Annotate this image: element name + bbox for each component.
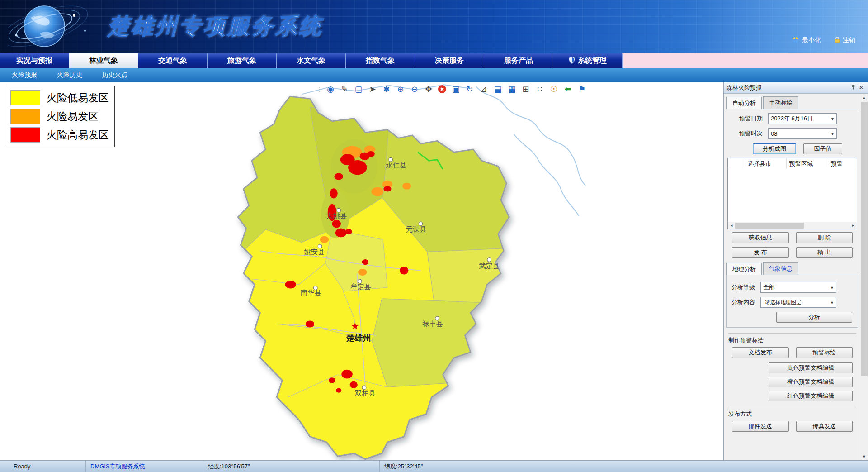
identify-icon[interactable]: ✱ [382,85,391,94]
legend-item-high: 火险高易发区 [10,127,109,143]
tab-geo-analysis[interactable]: 地理分析 [726,263,762,275]
status-longitude: 经度:103°56'57" [203,461,380,472]
delete-button[interactable]: 删 除 [796,232,853,243]
globe-icon[interactable]: ◉ [326,85,335,94]
legend-label: 火险高易发区 [47,128,109,142]
warning-date-select[interactable]: 2023年 6月16日 ▼ [768,113,837,124]
print-icon[interactable]: ⊞ [521,85,530,94]
chart-icon[interactable]: ▦ [507,85,516,94]
warning-time-select[interactable]: 08 ▼ [768,128,837,139]
lock-icon [835,37,840,44]
minimize-icon [792,37,799,44]
email-send-button[interactable]: 邮件发送 [732,421,789,432]
analysis-mode-tabs: 自动分析 手动标绘 [726,96,858,109]
panel-vertical-scrollbar[interactable]: ▲ ▼ [860,94,868,460]
select-area-icon[interactable]: ▢ [354,85,363,94]
analysis-content-label: 分析内容 [731,298,760,306]
scroll-up-arrow-icon[interactable]: ▲ [860,94,868,101]
county-label: 武定县 [479,262,500,270]
zoom-out-icon[interactable]: ⊖ [410,85,419,94]
analyze-button[interactable]: 分析 [776,312,852,323]
warning-time-value: 08 [771,130,777,137]
analysis-level-select[interactable]: 全部 ▼ [760,282,836,293]
legend-icon[interactable]: ▤ [493,85,502,94]
warning-region-table[interactable]: 选择县市 预警区域 预警 ◄ ► [727,158,857,229]
red-warning-doc-button[interactable]: 红色预警文档编辑 [769,391,853,401]
pointer-icon[interactable]: ➤ [368,85,377,94]
measure-icon[interactable]: ⊿ [479,85,488,94]
output-button[interactable]: 输 出 [796,247,853,258]
status-system-name[interactable]: DMGIS专项服务系统 [90,462,145,471]
subnav-fire-risk-forecast[interactable]: 火险预报 [12,71,37,79]
panel-title: 森林火险预报 [726,84,849,92]
scroll-right-arrow-icon[interactable]: ► [849,224,857,228]
pan-icon[interactable]: ✥ [424,85,433,94]
analysis-content-select[interactable]: -请选择地理图层- ▼ [760,297,836,308]
analyze-map-button[interactable]: 分析成图 [753,143,796,154]
yellow-warning-doc-button[interactable]: 黄色预警文档编辑 [769,362,853,373]
tab-realtime-forecast[interactable]: 实况与预报 [0,53,69,68]
subnav-historical-fire-points[interactable]: 历史火点 [102,71,127,79]
map-area[interactable]: ★ 永仁县 大姚县 元谋县 姚安县 武定县 牟定县 南华县 禄丰县 双柏县 楚雄… [0,82,723,460]
subnav-fire-risk-history[interactable]: 火险历史 [57,71,82,79]
legend-item-low: 火险低易发区 [10,90,109,105]
sub-nav: 火险预报 火险历史 历史火点 [0,68,868,82]
flag-icon[interactable]: ⚑ [577,85,586,94]
factor-value-button[interactable]: 因子值 [803,143,842,154]
tab-index-weather[interactable]: 指数气象 [346,53,415,68]
county-label: 禄丰县 [422,320,443,328]
doc-publish-button[interactable]: 文档发布 [732,347,789,358]
sketch-icon[interactable]: ✎ [340,85,349,94]
tab-forestry-weather[interactable]: 林业气象 [69,53,138,68]
tab-manual-plot[interactable]: 手动标绘 [763,96,798,109]
tab-traffic-weather[interactable]: 交通气象 [138,53,208,68]
full-extent-icon[interactable]: ▣ [451,85,460,94]
warning-plot-button[interactable]: 预警标绘 [796,347,853,358]
publish-button[interactable]: 发 布 [732,247,789,258]
app-window: 楚雄州专项服务系统 最小化 注销 [0,0,868,472]
county-label: 大姚县 [326,212,347,219]
orange-warning-doc-button[interactable]: 橙色预警文档编辑 [769,377,853,387]
toolbar-drag-handle[interactable]: ⋮ [316,85,321,94]
tab-decision-service[interactable]: 决策服务 [415,53,484,68]
clear-icon[interactable]: ✖ [438,85,446,93]
panel-titlebar: 森林火险预报 ✕ [724,82,868,94]
status-latitude: 纬度:25°32'45" [380,461,868,472]
scale-icon[interactable]: ∷ [535,85,544,94]
tab-service-products[interactable]: 服务产品 [484,53,553,68]
legend-label: 火险低易发区 [47,91,109,105]
table-body[interactable] [728,169,857,222]
legend-swatch-yellow [10,90,40,105]
tab-auto-analysis[interactable]: 自动分析 [726,97,762,109]
logout-label: 注销 [843,36,855,44]
table-horizontal-scrollbar[interactable]: ◄ ► [728,222,857,229]
minimize-button[interactable]: 最小化 [792,36,821,44]
scroll-left-arrow-icon[interactable]: ◄ [728,224,735,228]
status-bar: Ready DMGIS专项服务系统 经度:103°56'57" 纬度:25°32… [0,460,868,472]
scrollbar-thumb[interactable] [861,102,868,376]
plot-section-label: 制作预警标绘 [728,333,856,344]
analysis-level-value: 全部 [763,283,775,291]
tab-weather-info[interactable]: 气象信息 [763,262,798,275]
close-icon[interactable]: ✕ [857,84,865,91]
refresh-icon[interactable]: ↻ [465,85,474,94]
logout-button[interactable]: 注销 [835,36,855,44]
pin-icon[interactable] [849,84,857,91]
tip-icon[interactable]: ☉ [549,85,558,94]
tab-tourism-weather[interactable]: 旅游气象 [208,53,277,68]
fax-send-button[interactable]: 传真发送 [796,421,853,432]
globe-logo-icon [8,2,112,53]
table-header-region: 预警区域 [787,158,828,169]
tab-system-management[interactable]: 系统管理 [553,53,623,68]
scroll-down-arrow-icon[interactable]: ▼ [860,453,868,460]
back-icon[interactable]: ⬅ [563,85,572,94]
app-header: 楚雄州专项服务系统 最小化 注销 [0,0,868,53]
zoom-in-icon[interactable]: ⊕ [396,85,405,94]
legend-swatch-red [10,127,40,143]
get-info-button[interactable]: 获取信息 [732,232,789,243]
warning-date-value: 2023年 6月16日 [771,114,813,123]
chevron-down-icon: ▼ [830,117,835,121]
scrollbar-thumb[interactable] [735,223,804,229]
forest-fire-forecast-panel: 森林火险预报 ✕ 自动分析 手动标绘 预警日期 2023年 6月16日 [723,82,868,460]
tab-hydrology-weather[interactable]: 水文气象 [277,53,346,68]
